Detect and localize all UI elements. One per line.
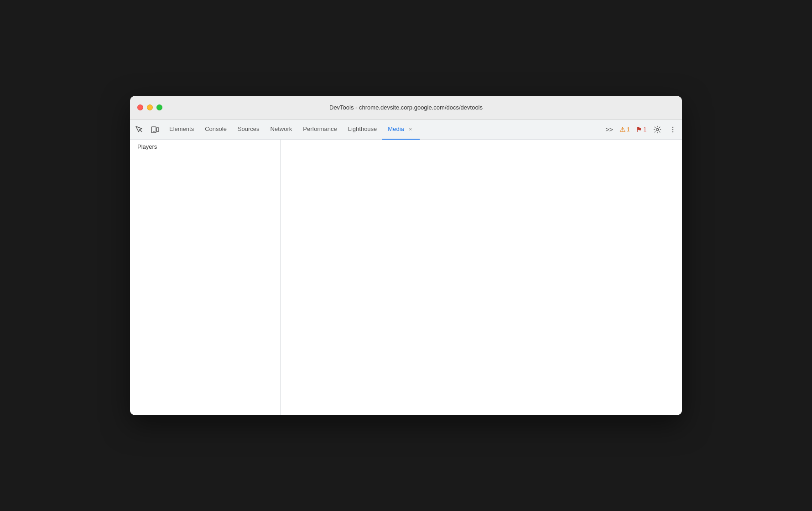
- traffic-lights: [137, 104, 162, 110]
- tab-lighthouse[interactable]: Lighthouse: [343, 120, 383, 140]
- title-bar: DevTools - chrome.devsite.corp.google.co…: [130, 96, 682, 120]
- svg-rect-2: [156, 128, 159, 131]
- tab-media[interactable]: Media ×: [382, 120, 419, 140]
- svg-point-5: [672, 126, 673, 127]
- sidebar: Players: [130, 140, 281, 415]
- settings-icon: [653, 125, 661, 134]
- main-content: Players: [130, 140, 682, 415]
- more-options-button[interactable]: [666, 122, 680, 137]
- tab-console[interactable]: Console: [199, 120, 232, 140]
- error-flag-icon: ⚑: [636, 125, 642, 134]
- device-toolbar-button[interactable]: [147, 122, 162, 137]
- inspect-icon: [135, 125, 143, 134]
- svg-point-7: [672, 131, 673, 132]
- players-header: Players: [130, 140, 280, 154]
- tab-bar: Elements Console Sources Network Perform…: [130, 120, 682, 140]
- tab-media-close[interactable]: ×: [407, 125, 414, 133]
- svg-point-4: [656, 128, 659, 130]
- content-area: [281, 140, 682, 415]
- close-button[interactable]: [137, 104, 143, 110]
- svg-point-6: [672, 129, 673, 130]
- device-icon: [151, 125, 159, 134]
- warning-badge[interactable]: ⚠ 1: [617, 125, 633, 134]
- svg-line-0: [140, 130, 142, 132]
- tab-performance[interactable]: Performance: [297, 120, 342, 140]
- maximize-button[interactable]: [156, 104, 162, 110]
- tab-network[interactable]: Network: [265, 120, 298, 140]
- tab-bar-icons: [132, 122, 162, 137]
- settings-button[interactable]: [650, 122, 665, 137]
- warning-icon: ⚠: [619, 125, 625, 134]
- window-title: DevTools - chrome.devsite.corp.google.co…: [329, 104, 483, 111]
- tab-sources[interactable]: Sources: [232, 120, 265, 140]
- devtools-window: DevTools - chrome.devsite.corp.google.co…: [130, 96, 682, 415]
- tab-elements[interactable]: Elements: [164, 120, 199, 140]
- inspect-element-button[interactable]: [132, 122, 146, 137]
- minimize-button[interactable]: [147, 104, 153, 110]
- devtools-body: Elements Console Sources Network Perform…: [130, 120, 682, 415]
- error-badge[interactable]: ⚑ 1: [633, 125, 649, 134]
- more-tabs-button[interactable]: >>: [603, 122, 615, 137]
- kebab-icon: [669, 125, 677, 134]
- tab-bar-end: >> ⚠ 1 ⚑ 1: [603, 122, 680, 137]
